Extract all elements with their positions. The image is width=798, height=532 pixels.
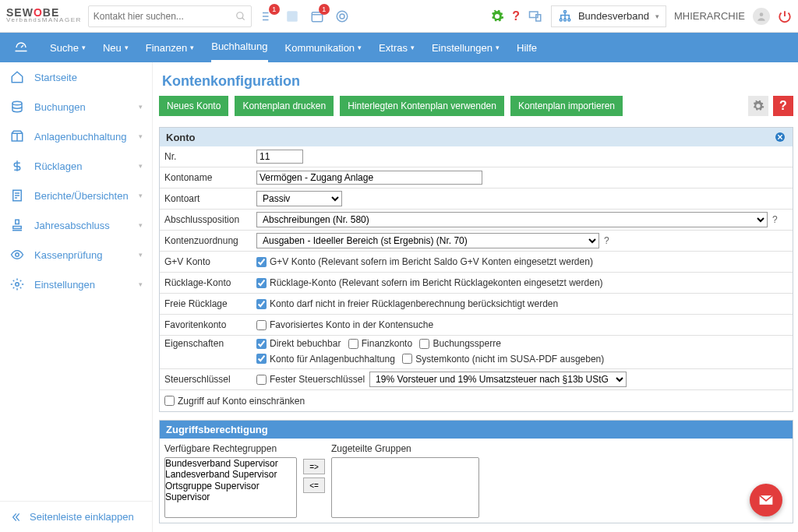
nav-finanzen[interactable]: Finanzen▾: [146, 33, 194, 62]
sidebar-collapse[interactable]: Seitenleiste einklappen: [0, 501, 152, 532]
chevron-down-icon: ▾: [655, 12, 659, 20]
chk-anlagen[interactable]: [256, 354, 267, 364]
chk-direkt[interactable]: [256, 339, 267, 349]
sidebar-item-buchungen[interactable]: Buchungen▾: [0, 92, 152, 122]
chevron-down-icon: ▾: [139, 162, 143, 170]
badge: 1: [269, 4, 280, 15]
label-fav: Favoritenkonto: [164, 319, 256, 330]
nav-extras[interactable]: Extras▾: [379, 33, 415, 62]
nav-buchhaltung[interactable]: Buchhaltung: [211, 33, 267, 62]
sidebar: StartseiteBuchungen▾Anlagenbuchhaltung▾R…: [0, 62, 153, 532]
sidebar-item-kassenpr-fung[interactable]: Kassenprüfung▾: [0, 240, 152, 270]
label-gv: G+V Konto: [164, 256, 256, 267]
btn-kontenplan-drucken[interactable]: Kontenplan drucken: [235, 96, 334, 116]
org-name: Bundesverband: [578, 10, 649, 22]
lifebuoy-icon[interactable]: [334, 9, 350, 24]
nav-neu[interactable]: Neu▾: [103, 33, 129, 62]
box-icon: [9, 129, 25, 143]
help-hint-icon[interactable]: ?: [604, 235, 609, 246]
chk-frei[interactable]: [256, 299, 267, 309]
btn-move-right[interactable]: =>: [303, 459, 325, 474]
note-icon[interactable]: [284, 9, 300, 24]
btn-kontenplan-importieren[interactable]: Kontenplan importieren: [510, 96, 623, 116]
chk-system[interactable]: [402, 354, 412, 364]
chevron-down-icon: ▾: [139, 280, 143, 288]
close-icon[interactable]: [774, 131, 786, 143]
select-abschluss[interactable]: Abschreibungen (Nr. 580): [256, 212, 768, 227]
search-icon: [235, 11, 246, 22]
chk-rueck[interactable]: [256, 278, 267, 288]
sidebar-item-einstellungen[interactable]: Einstellungen▾: [0, 270, 152, 299]
sidebar-label: Berichte/Übersichten: [34, 190, 129, 202]
select-tax[interactable]: 19% Vorsteuer und 19% Umsatzsteuer nach …: [369, 372, 627, 387]
logo: SEWOBE VerbandsMANAGER: [6, 9, 82, 24]
sidebar-item-r-cklagen[interactable]: Rücklagen▾: [0, 151, 152, 181]
avatar[interactable]: [753, 8, 770, 25]
gear-icon: [9, 277, 25, 291]
nav-suche[interactable]: Suche▾: [50, 33, 86, 62]
chk-fester[interactable]: [256, 375, 267, 385]
fab-mail[interactable]: [750, 484, 782, 516]
panel-help-icon[interactable]: ?: [773, 96, 793, 116]
chk-fav[interactable]: [256, 320, 267, 330]
svg-point-6: [340, 14, 344, 19]
list-assigned-groups[interactable]: [331, 457, 479, 518]
svg-point-13: [760, 12, 764, 16]
devices-icon[interactable]: [528, 9, 543, 24]
label-tax: Steuerschlüssel: [164, 374, 256, 385]
nav-einstellungen[interactable]: Einstellungen▾: [432, 33, 500, 62]
input-nr[interactable]: [256, 150, 303, 164]
svg-point-21: [16, 253, 19, 257]
chevron-left-icon: [9, 511, 22, 523]
hint-frei: Konto darf nicht in freier Rücklagenbere…: [270, 298, 558, 309]
calendar-icon[interactable]: 1: [309, 9, 325, 24]
svg-point-10: [560, 19, 562, 21]
svg-point-22: [16, 283, 19, 287]
chk-gv[interactable]: [256, 257, 267, 267]
svg-point-11: [563, 19, 566, 21]
select-zuordnung[interactable]: Ausgaben - Ideeller Bereich (st Ergebnis…: [256, 233, 599, 248]
sidebar-item-startseite[interactable]: Startseite: [0, 62, 152, 92]
global-search[interactable]: [88, 5, 252, 27]
chk-finanz[interactable]: [348, 339, 358, 349]
org-selector[interactable]: Bundesverband ▾: [551, 5, 666, 27]
svg-rect-2: [287, 11, 298, 22]
select-kontoart[interactable]: Passiv: [256, 191, 342, 206]
checklist-icon[interactable]: 1: [260, 9, 275, 24]
sidebar-collapse-label: Seitenleiste einklappen: [30, 511, 134, 523]
sidebar-label: Rücklagen: [34, 160, 82, 172]
btn-move-left[interactable]: <=: [303, 477, 325, 493]
coins-icon: [9, 100, 25, 114]
label-assign: Zugeteilte Gruppen: [331, 443, 479, 454]
btn-hinterlegten-kontenplan[interactable]: Hinterlegten Kontenplan verwenden: [340, 96, 504, 116]
chk-sperre[interactable]: [419, 339, 429, 349]
search-input[interactable]: [94, 11, 235, 22]
label-frei: Freie Rücklage: [164, 298, 256, 309]
hint-rueck: Rücklage-Konto (Relevant sofern im Beric…: [270, 277, 603, 288]
sidebar-item-berichte-bersichten[interactable]: Berichte/Übersichten▾: [0, 181, 152, 210]
nav-hilfe[interactable]: Hilfe: [517, 33, 537, 62]
input-kontoname[interactable]: [256, 171, 482, 185]
label-kontoname: Kontoname: [164, 172, 256, 183]
label-abschluss: Abschlussposition: [164, 214, 256, 225]
settings-icon[interactable]: [490, 9, 504, 23]
help-icon[interactable]: ?: [512, 9, 520, 23]
svg-line-1: [242, 17, 245, 19]
dashboard-icon[interactable]: [14, 41, 28, 55]
home-icon: [9, 70, 25, 84]
list-available-groups[interactable]: Bundesverband SupervisorLandesverband Su…: [164, 457, 297, 518]
nav-kommunikation[interactable]: Kommunikation▾: [285, 33, 362, 62]
sidebar-item-jahresabschluss[interactable]: Jahresabschluss▾: [0, 210, 152, 240]
stamp-icon: [9, 218, 25, 232]
panel-settings-icon[interactable]: [748, 96, 768, 116]
sidebar-item-anlagenbuchhaltung[interactable]: Anlagenbuchhaltung▾: [0, 122, 152, 151]
sidebar-label: Buchungen: [34, 101, 86, 113]
report-icon: [9, 188, 25, 203]
logout-icon[interactable]: [778, 9, 792, 23]
help-hint-icon[interactable]: ?: [772, 214, 778, 225]
sidebar-label: Einstellungen: [34, 279, 95, 291]
user-name: MHIERARCHIE: [674, 10, 745, 22]
chk-restrict[interactable]: [164, 396, 175, 406]
dollar-icon: [9, 159, 25, 173]
btn-neues-konto[interactable]: Neues Konto: [159, 96, 228, 116]
